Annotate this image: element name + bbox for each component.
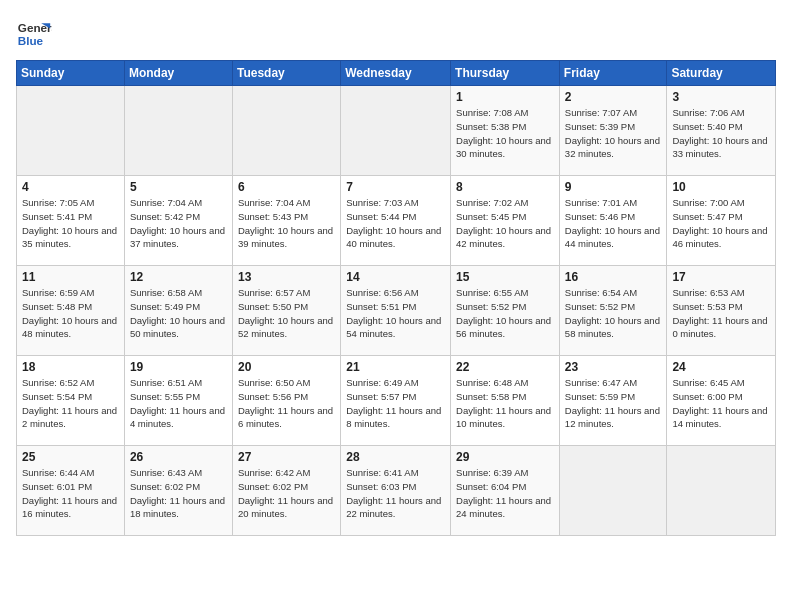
calendar-cell: 3Sunrise: 7:06 AMSunset: 5:40 PMDaylight…	[667, 86, 776, 176]
day-number: 7	[346, 180, 445, 194]
column-header-tuesday: Tuesday	[232, 61, 340, 86]
day-number: 26	[130, 450, 227, 464]
calendar-cell: 28Sunrise: 6:41 AMSunset: 6:03 PMDayligh…	[341, 446, 451, 536]
day-info: Sunrise: 6:51 AMSunset: 5:55 PMDaylight:…	[130, 376, 227, 431]
day-number: 6	[238, 180, 335, 194]
calendar-cell: 9Sunrise: 7:01 AMSunset: 5:46 PMDaylight…	[559, 176, 667, 266]
calendar-cell: 8Sunrise: 7:02 AMSunset: 5:45 PMDaylight…	[451, 176, 560, 266]
calendar-cell: 19Sunrise: 6:51 AMSunset: 5:55 PMDayligh…	[124, 356, 232, 446]
day-info: Sunrise: 6:41 AMSunset: 6:03 PMDaylight:…	[346, 466, 445, 521]
day-number: 22	[456, 360, 554, 374]
column-header-wednesday: Wednesday	[341, 61, 451, 86]
day-info: Sunrise: 7:08 AMSunset: 5:38 PMDaylight:…	[456, 106, 554, 161]
day-number: 18	[22, 360, 119, 374]
calendar-cell: 27Sunrise: 6:42 AMSunset: 6:02 PMDayligh…	[232, 446, 340, 536]
column-header-thursday: Thursday	[451, 61, 560, 86]
calendar-cell: 24Sunrise: 6:45 AMSunset: 6:00 PMDayligh…	[667, 356, 776, 446]
day-info: Sunrise: 7:00 AMSunset: 5:47 PMDaylight:…	[672, 196, 770, 251]
day-info: Sunrise: 6:43 AMSunset: 6:02 PMDaylight:…	[130, 466, 227, 521]
day-info: Sunrise: 7:03 AMSunset: 5:44 PMDaylight:…	[346, 196, 445, 251]
day-number: 14	[346, 270, 445, 284]
calendar-cell: 10Sunrise: 7:00 AMSunset: 5:47 PMDayligh…	[667, 176, 776, 266]
day-number: 3	[672, 90, 770, 104]
calendar-table: SundayMondayTuesdayWednesdayThursdayFrid…	[16, 60, 776, 536]
day-number: 13	[238, 270, 335, 284]
week-row: 18Sunrise: 6:52 AMSunset: 5:54 PMDayligh…	[17, 356, 776, 446]
day-info: Sunrise: 6:45 AMSunset: 6:00 PMDaylight:…	[672, 376, 770, 431]
calendar-cell: 12Sunrise: 6:58 AMSunset: 5:49 PMDayligh…	[124, 266, 232, 356]
day-info: Sunrise: 6:48 AMSunset: 5:58 PMDaylight:…	[456, 376, 554, 431]
calendar-cell	[232, 86, 340, 176]
day-info: Sunrise: 7:01 AMSunset: 5:46 PMDaylight:…	[565, 196, 662, 251]
day-number: 9	[565, 180, 662, 194]
day-info: Sunrise: 6:54 AMSunset: 5:52 PMDaylight:…	[565, 286, 662, 341]
day-number: 16	[565, 270, 662, 284]
day-number: 21	[346, 360, 445, 374]
week-row: 4Sunrise: 7:05 AMSunset: 5:41 PMDaylight…	[17, 176, 776, 266]
day-number: 28	[346, 450, 445, 464]
column-header-sunday: Sunday	[17, 61, 125, 86]
day-number: 17	[672, 270, 770, 284]
week-row: 11Sunrise: 6:59 AMSunset: 5:48 PMDayligh…	[17, 266, 776, 356]
day-number: 29	[456, 450, 554, 464]
column-header-monday: Monday	[124, 61, 232, 86]
calendar-cell	[124, 86, 232, 176]
calendar-cell: 21Sunrise: 6:49 AMSunset: 5:57 PMDayligh…	[341, 356, 451, 446]
day-info: Sunrise: 6:55 AMSunset: 5:52 PMDaylight:…	[456, 286, 554, 341]
calendar-cell: 23Sunrise: 6:47 AMSunset: 5:59 PMDayligh…	[559, 356, 667, 446]
calendar-cell: 4Sunrise: 7:05 AMSunset: 5:41 PMDaylight…	[17, 176, 125, 266]
calendar-cell: 6Sunrise: 7:04 AMSunset: 5:43 PMDaylight…	[232, 176, 340, 266]
calendar-cell: 18Sunrise: 6:52 AMSunset: 5:54 PMDayligh…	[17, 356, 125, 446]
day-info: Sunrise: 6:49 AMSunset: 5:57 PMDaylight:…	[346, 376, 445, 431]
day-info: Sunrise: 6:57 AMSunset: 5:50 PMDaylight:…	[238, 286, 335, 341]
calendar-cell: 7Sunrise: 7:03 AMSunset: 5:44 PMDaylight…	[341, 176, 451, 266]
column-header-saturday: Saturday	[667, 61, 776, 86]
calendar-cell: 20Sunrise: 6:50 AMSunset: 5:56 PMDayligh…	[232, 356, 340, 446]
day-number: 12	[130, 270, 227, 284]
week-row: 1Sunrise: 7:08 AMSunset: 5:38 PMDaylight…	[17, 86, 776, 176]
day-number: 27	[238, 450, 335, 464]
day-info: Sunrise: 7:07 AMSunset: 5:39 PMDaylight:…	[565, 106, 662, 161]
svg-text:Blue: Blue	[18, 34, 44, 47]
day-info: Sunrise: 6:52 AMSunset: 5:54 PMDaylight:…	[22, 376, 119, 431]
calendar-cell: 26Sunrise: 6:43 AMSunset: 6:02 PMDayligh…	[124, 446, 232, 536]
day-number: 1	[456, 90, 554, 104]
day-info: Sunrise: 6:44 AMSunset: 6:01 PMDaylight:…	[22, 466, 119, 521]
calendar-cell	[17, 86, 125, 176]
calendar-cell: 29Sunrise: 6:39 AMSunset: 6:04 PMDayligh…	[451, 446, 560, 536]
day-number: 4	[22, 180, 119, 194]
calendar-cell: 16Sunrise: 6:54 AMSunset: 5:52 PMDayligh…	[559, 266, 667, 356]
day-info: Sunrise: 6:53 AMSunset: 5:53 PMDaylight:…	[672, 286, 770, 341]
day-number: 20	[238, 360, 335, 374]
day-number: 15	[456, 270, 554, 284]
calendar-cell: 15Sunrise: 6:55 AMSunset: 5:52 PMDayligh…	[451, 266, 560, 356]
day-number: 23	[565, 360, 662, 374]
page-header: General Blue	[16, 16, 776, 52]
calendar-cell: 22Sunrise: 6:48 AMSunset: 5:58 PMDayligh…	[451, 356, 560, 446]
calendar-cell: 14Sunrise: 6:56 AMSunset: 5:51 PMDayligh…	[341, 266, 451, 356]
day-number: 5	[130, 180, 227, 194]
calendar-cell: 5Sunrise: 7:04 AMSunset: 5:42 PMDaylight…	[124, 176, 232, 266]
calendar-cell	[341, 86, 451, 176]
day-info: Sunrise: 6:47 AMSunset: 5:59 PMDaylight:…	[565, 376, 662, 431]
day-info: Sunrise: 7:05 AMSunset: 5:41 PMDaylight:…	[22, 196, 119, 251]
day-number: 2	[565, 90, 662, 104]
day-number: 25	[22, 450, 119, 464]
logo: General Blue	[16, 16, 52, 52]
day-info: Sunrise: 7:02 AMSunset: 5:45 PMDaylight:…	[456, 196, 554, 251]
calendar-header: SundayMondayTuesdayWednesdayThursdayFrid…	[17, 61, 776, 86]
logo-icon: General Blue	[16, 16, 52, 52]
svg-text:General: General	[18, 21, 52, 34]
calendar-cell: 13Sunrise: 6:57 AMSunset: 5:50 PMDayligh…	[232, 266, 340, 356]
day-number: 8	[456, 180, 554, 194]
day-info: Sunrise: 6:42 AMSunset: 6:02 PMDaylight:…	[238, 466, 335, 521]
calendar-cell: 1Sunrise: 7:08 AMSunset: 5:38 PMDaylight…	[451, 86, 560, 176]
calendar-cell	[667, 446, 776, 536]
day-info: Sunrise: 7:04 AMSunset: 5:43 PMDaylight:…	[238, 196, 335, 251]
day-info: Sunrise: 6:59 AMSunset: 5:48 PMDaylight:…	[22, 286, 119, 341]
calendar-cell: 11Sunrise: 6:59 AMSunset: 5:48 PMDayligh…	[17, 266, 125, 356]
day-info: Sunrise: 6:50 AMSunset: 5:56 PMDaylight:…	[238, 376, 335, 431]
day-number: 24	[672, 360, 770, 374]
calendar-cell: 25Sunrise: 6:44 AMSunset: 6:01 PMDayligh…	[17, 446, 125, 536]
day-info: Sunrise: 6:39 AMSunset: 6:04 PMDaylight:…	[456, 466, 554, 521]
